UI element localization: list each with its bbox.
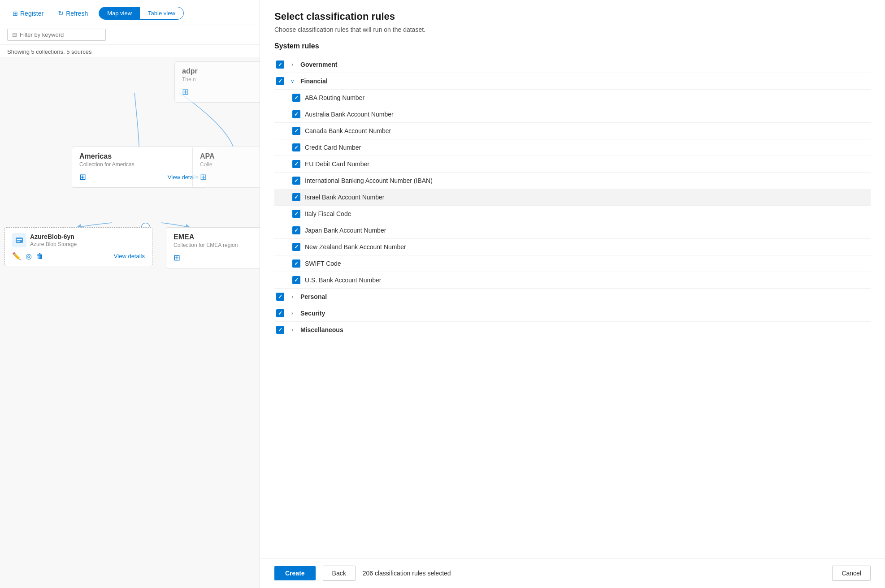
rule-label-financial: Financial (300, 78, 328, 85)
node-azureblob: AzureBlob-6yn Azure Blob Storage ✏️ ◎ 🗑 … (4, 227, 152, 266)
create-button[interactable]: Create (274, 566, 316, 580)
checkbox-italy[interactable] (292, 210, 300, 218)
checkbox-aba[interactable] (292, 94, 300, 102)
rule-item-miscellaneous: › Miscellaneous (274, 322, 871, 338)
adpr-table-icon: ⊞ (182, 87, 189, 97)
right-panel: Select classification rules Choose class… (260, 0, 885, 588)
checkbox-security[interactable] (276, 309, 284, 317)
back-button[interactable]: Back (323, 566, 356, 581)
search-bar: ⊟ (0, 25, 260, 45)
rule-label-israel: Israel Bank Account Number (305, 194, 384, 201)
refresh-label: Refresh (66, 10, 88, 17)
node-apac: APA Colle ⊞ (192, 147, 260, 188)
azureblob-header: AzureBlob-6yn Azure Blob Storage (12, 233, 145, 247)
rule-item-credit: Credit Card Number (274, 139, 871, 156)
emea-subtitle: Collection for EMEA region (174, 242, 257, 248)
checkbox-eu-debit[interactable] (292, 160, 300, 168)
apac-title: APA (200, 152, 256, 160)
rule-label-aba: ABA Routing Number (305, 94, 364, 101)
edit-icon[interactable]: ✏️ (12, 252, 21, 260)
register-icon: ⊞ (13, 10, 18, 17)
register-label: Register (20, 10, 43, 17)
rule-item-swift: SWIFT Code (274, 255, 871, 272)
checkbox-credit[interactable] (292, 143, 300, 151)
scan-icon[interactable]: ◎ (26, 252, 32, 260)
delete-icon[interactable]: 🗑 (36, 252, 43, 260)
refresh-icon: ↻ (58, 9, 64, 17)
checkbox-us-bank[interactable] (292, 276, 300, 284)
checkbox-iban[interactable] (292, 177, 300, 185)
connector-lines (0, 57, 260, 588)
register-button[interactable]: ⊞ Register (7, 7, 49, 20)
node-emea: EMEA Collection for EMEA region ⊞ (166, 227, 260, 268)
checkbox-financial[interactable] (276, 77, 284, 85)
rule-label-canada: Canada Bank Account Number (305, 127, 391, 134)
panel-desc: Choose classification rules that will ru… (274, 26, 871, 33)
svg-rect-3 (17, 241, 20, 242)
checkbox-swift[interactable] (292, 259, 300, 268)
checkbox-australia[interactable] (292, 110, 300, 118)
rule-label-japan: Japan Bank Account Number (305, 227, 386, 234)
rule-item-security: › Security (274, 305, 871, 322)
node-americas: Americas Collection for Americas ⊞ View … (72, 147, 206, 188)
right-content: Select classification rules Choose class… (260, 0, 885, 558)
rule-label-credit: Credit Card Number (305, 144, 361, 151)
expand-personal[interactable]: › (289, 294, 296, 300)
checkbox-nz[interactable] (292, 243, 300, 251)
rule-item-nz: New Zealand Bank Account Number (274, 239, 871, 255)
node-adpr: adpr The n ⊞ (174, 61, 260, 103)
rule-item-government: › Government (274, 56, 871, 73)
checkbox-government[interactable] (276, 61, 284, 69)
section-title: System rules (274, 42, 871, 50)
showing-text: Showing 5 collections, 5 sources (0, 45, 260, 57)
rule-label-miscellaneous: Miscellaneous (300, 326, 343, 333)
svg-rect-1 (16, 238, 23, 243)
rule-item-eu-debit: EU Debit Card Number (274, 156, 871, 173)
expand-security[interactable]: › (289, 310, 296, 316)
emea-title: EMEA (174, 233, 257, 241)
expand-government[interactable]: › (289, 61, 296, 68)
map-canvas: adpr The n ⊞ Americas Collection for Ame… (0, 57, 260, 588)
right-footer: Create Back 206 classification rules sel… (260, 558, 885, 588)
table-view-button[interactable]: Table view (140, 7, 183, 19)
svg-rect-2 (17, 239, 22, 240)
cancel-button[interactable]: Cancel (832, 566, 871, 581)
rule-item-israel: Israel Bank Account Number (274, 189, 871, 206)
azureblob-view-link[interactable]: View details (114, 253, 145, 259)
azureblob-icon (12, 233, 26, 247)
view-toggle: Map view Table view (99, 7, 184, 20)
rule-label-security: Security (300, 310, 325, 317)
rule-label-nz: New Zealand Bank Account Number (305, 243, 406, 251)
apac-table-icon: ⊞ (200, 172, 207, 182)
americas-subtitle: Collection for Americas (79, 161, 199, 168)
emea-table-icon: ⊞ (174, 253, 180, 263)
checkbox-israel[interactable] (292, 193, 300, 201)
rule-item-aba: ABA Routing Number (274, 90, 871, 106)
rule-item-iban: International Banking Account Number (IB… (274, 173, 871, 189)
rule-label-swift: SWIFT Code (305, 260, 341, 267)
rule-item-canada: Canada Bank Account Number (274, 123, 871, 139)
rule-label-government: Government (300, 61, 337, 68)
rule-label-us-bank: U.S. Bank Account Number (305, 277, 381, 284)
search-input[interactable] (20, 31, 101, 38)
rule-item-us-bank: U.S. Bank Account Number (274, 272, 871, 289)
checkbox-canada[interactable] (292, 127, 300, 135)
rule-label-italy: Italy Fiscal Code (305, 210, 351, 217)
americas-title: Americas (79, 152, 199, 160)
azureblob-actions: ✏️ ◎ 🗑 View details (12, 252, 145, 260)
toolbar: ⊞ Register ↻ Refresh Map view Table view (0, 0, 260, 25)
map-view-button[interactable]: Map view (99, 7, 140, 19)
rules-count: 206 classification rules selected (363, 570, 825, 577)
refresh-button[interactable]: ↻ Refresh (52, 6, 93, 20)
checkbox-japan[interactable] (292, 226, 300, 234)
expand-financial[interactable]: ∨ (289, 78, 296, 84)
expand-miscellaneous[interactable]: › (289, 327, 296, 333)
search-input-wrap: ⊟ (7, 29, 106, 41)
adpr-subtitle: The n (182, 76, 256, 82)
checkbox-miscellaneous[interactable] (276, 326, 284, 334)
left-panel: ⊞ Register ↻ Refresh Map view Table view… (0, 0, 260, 588)
filter-icon: ⊟ (12, 31, 17, 38)
rule-item-italy: Italy Fiscal Code (274, 206, 871, 222)
checkbox-personal[interactable] (276, 293, 284, 301)
rule-item-personal: › Personal (274, 289, 871, 305)
